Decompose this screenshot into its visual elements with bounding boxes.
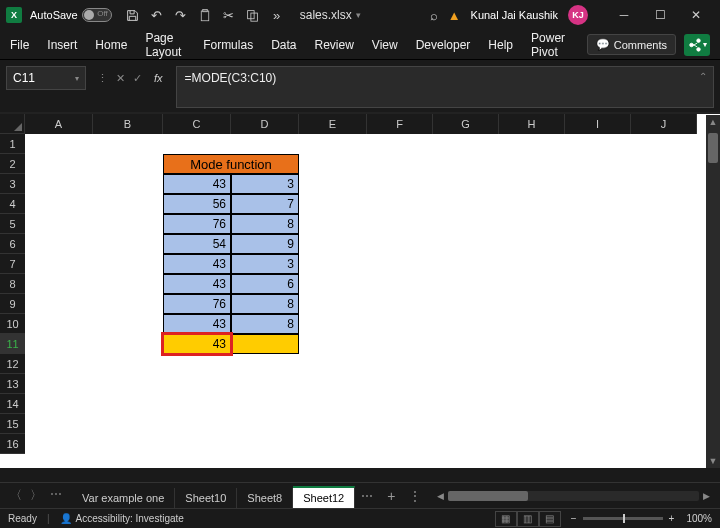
tab-formulas[interactable]: Formulas <box>203 38 253 52</box>
column-header-C[interactable]: C <box>163 114 231 134</box>
cancel-icon[interactable]: ✕ <box>113 72 128 85</box>
tab-options-icon[interactable]: ⋮ <box>403 489 427 503</box>
redo-icon[interactable]: ↷ <box>174 8 188 22</box>
tab-review[interactable]: Review <box>315 38 354 52</box>
toggle-switch-icon[interactable]: Off <box>82 8 112 22</box>
add-sheet-button[interactable]: + <box>379 484 403 508</box>
page-layout-view-button[interactable]: ▥ <box>517 511 539 527</box>
cell-D7[interactable]: 3 <box>231 254 299 274</box>
row-header-10[interactable]: 10 <box>0 314 25 334</box>
user-avatar[interactable]: KJ <box>568 5 588 25</box>
copy-icon[interactable] <box>246 8 260 22</box>
cell-C4[interactable]: 56 <box>163 194 231 214</box>
sheet-tab-var-example-one[interactable]: Var example one <box>72 488 175 508</box>
cell-C9[interactable]: 76 <box>163 294 231 314</box>
column-header-I[interactable]: I <box>565 114 631 134</box>
row-header-11[interactable]: 11 <box>0 334 25 354</box>
cell-C11[interactable]: 43 <box>163 334 231 354</box>
column-header-H[interactable]: H <box>499 114 565 134</box>
scroll-down-icon[interactable]: ▼ <box>706 454 720 468</box>
warning-icon[interactable]: ▲ <box>448 8 461 23</box>
horizontal-scrollbar[interactable]: ◀ ▶ <box>433 491 714 501</box>
name-box[interactable]: C11 ▾ <box>6 66 86 90</box>
zoom-in-button[interactable]: + <box>669 513 675 524</box>
comments-button[interactable]: 💬 Comments <box>587 34 676 55</box>
row-header-4[interactable]: 4 <box>0 194 25 214</box>
formula-input[interactable]: =MODE(C3:C10) ⌃ <box>176 66 714 108</box>
expand-up-icon[interactable]: ⌃ <box>699 71 707 82</box>
close-button[interactable]: ✕ <box>678 1 714 29</box>
autosave-toggle[interactable]: AutoSave Off <box>30 8 112 22</box>
row-header-5[interactable]: 5 <box>0 214 25 234</box>
cell-D9[interactable]: 8 <box>231 294 299 314</box>
sheet-tab-sheet8[interactable]: Sheet8 <box>237 488 293 508</box>
cell-C7[interactable]: 43 <box>163 254 231 274</box>
column-header-E[interactable]: E <box>299 114 367 134</box>
more-tabs-icon[interactable]: ⋯ <box>355 485 379 507</box>
normal-view-button[interactable]: ▦ <box>495 511 517 527</box>
tab-power-pivot[interactable]: Power Pivot <box>531 31 569 59</box>
column-header-G[interactable]: G <box>433 114 499 134</box>
page-break-view-button[interactable]: ▤ <box>539 511 561 527</box>
scroll-left-icon[interactable]: ◀ <box>433 491 448 501</box>
scroll-up-icon[interactable]: ▲ <box>706 115 720 129</box>
row-header-8[interactable]: 8 <box>0 274 25 294</box>
tab-home[interactable]: Home <box>95 38 127 52</box>
more-sheets-icon[interactable]: ⋯ <box>48 487 64 504</box>
sheet-tab-sheet12[interactable]: Sheet12 <box>293 486 355 508</box>
cell-D3[interactable]: 3 <box>231 174 299 194</box>
cell-D10[interactable]: 8 <box>231 314 299 334</box>
tab-data[interactable]: Data <box>271 38 296 52</box>
row-header-13[interactable]: 13 <box>0 374 25 394</box>
row-header-7[interactable]: 7 <box>0 254 25 274</box>
column-header-A[interactable]: A <box>25 114 93 134</box>
accessibility-status[interactable]: Accessibility: Investigate <box>76 513 184 524</box>
clipboard-icon[interactable] <box>198 8 212 22</box>
undo-icon[interactable]: ↶ <box>150 8 164 22</box>
row-header-2[interactable]: 2 <box>0 154 25 174</box>
tab-help[interactable]: Help <box>488 38 513 52</box>
zoom-control[interactable]: − + 100% <box>571 513 712 524</box>
zoom-level[interactable]: 100% <box>686 513 712 524</box>
tab-view[interactable]: View <box>372 38 398 52</box>
cell-C3[interactable]: 43 <box>163 174 231 194</box>
cell-C6[interactable]: 54 <box>163 234 231 254</box>
scroll-thumb[interactable] <box>448 491 528 501</box>
row-header-9[interactable]: 9 <box>0 294 25 314</box>
tab-page-layout[interactable]: Page Layout <box>145 31 185 59</box>
column-header-F[interactable]: F <box>367 114 433 134</box>
cell-C2[interactable]: Mode function <box>163 154 299 174</box>
vertical-dots-icon[interactable]: ⋮ <box>94 72 111 85</box>
worksheet-grid[interactable]: ABCDEFGHIJ 12345678910111213141516 Mode … <box>0 114 720 468</box>
zoom-out-button[interactable]: − <box>571 513 577 524</box>
cell-D4[interactable]: 7 <box>231 194 299 214</box>
column-headers[interactable]: ABCDEFGHIJ <box>25 114 697 134</box>
search-icon[interactable]: ⌕ <box>430 8 438 23</box>
fx-icon[interactable]: fx <box>151 72 166 84</box>
zoom-slider[interactable] <box>583 517 663 520</box>
vertical-scrollbar[interactable]: ▲ ▼ <box>706 115 720 468</box>
row-header-14[interactable]: 14 <box>0 394 25 414</box>
maximize-button[interactable]: ☐ <box>642 1 678 29</box>
cell-D11[interactable] <box>231 334 299 354</box>
cut-icon[interactable]: ✂ <box>222 8 236 22</box>
next-sheet-icon[interactable]: 〉 <box>28 487 44 504</box>
prev-sheet-icon[interactable]: 〈 <box>8 487 24 504</box>
row-header-6[interactable]: 6 <box>0 234 25 254</box>
column-header-D[interactable]: D <box>231 114 299 134</box>
more-icon[interactable]: » <box>270 8 284 22</box>
row-header-3[interactable]: 3 <box>0 174 25 194</box>
row-header-15[interactable]: 15 <box>0 414 25 434</box>
row-header-16[interactable]: 16 <box>0 434 25 454</box>
row-headers[interactable]: 12345678910111213141516 <box>0 134 25 454</box>
cell-D6[interactable]: 9 <box>231 234 299 254</box>
tab-file[interactable]: File <box>10 38 29 52</box>
scroll-right-icon[interactable]: ▶ <box>699 491 714 501</box>
accessibility-icon[interactable]: 👤 <box>60 513 72 524</box>
user-name[interactable]: Kunal Jai Kaushik <box>471 9 558 21</box>
chevron-down-icon[interactable]: ▾ <box>75 74 79 83</box>
column-header-B[interactable]: B <box>93 114 163 134</box>
cell-C8[interactable]: 43 <box>163 274 231 294</box>
minimize-button[interactable]: ─ <box>606 1 642 29</box>
row-header-12[interactable]: 12 <box>0 354 25 374</box>
